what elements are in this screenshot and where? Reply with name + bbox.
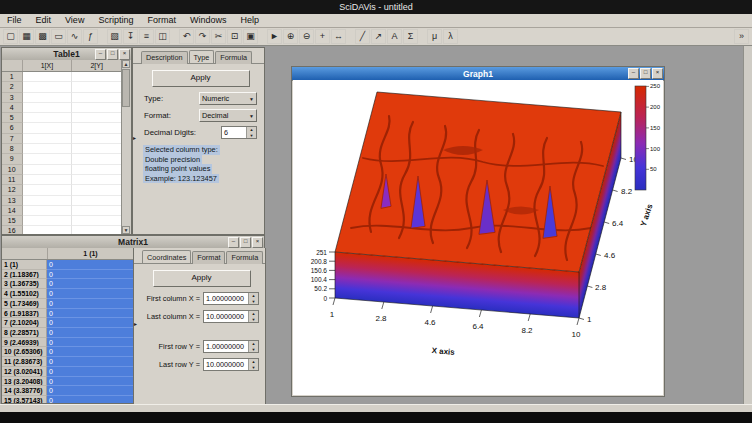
row-number[interactable]: 9 xyxy=(2,154,23,164)
row-number[interactable]: 7 xyxy=(2,134,23,144)
workspace-scrollbar[interactable] xyxy=(743,46,752,404)
set-column-values-button[interactable]: λ xyxy=(443,29,458,44)
table-cell[interactable] xyxy=(23,72,73,82)
row-number[interactable]: 16 xyxy=(2,226,23,234)
matrix-row-header[interactable]: 9 (2.46939) xyxy=(2,338,47,348)
add-equation-button[interactable]: Σ xyxy=(403,29,418,44)
spin-down-icon[interactable]: ▼ xyxy=(249,365,258,371)
menu-format[interactable]: Format xyxy=(140,14,183,27)
matrix-row-header[interactable]: 2 (1.18367) xyxy=(2,270,47,280)
matrix-cell[interactable]: 0 xyxy=(47,270,133,280)
table-cell[interactable] xyxy=(23,82,73,92)
table-cell[interactable] xyxy=(23,144,73,154)
table-cell[interactable] xyxy=(23,165,73,175)
matrix-cell[interactable]: 0 xyxy=(47,347,133,357)
table-cell[interactable] xyxy=(72,154,122,164)
table1-minimize-button[interactable]: – xyxy=(95,49,106,60)
table1-column-header-y[interactable]: 2[Y] xyxy=(72,60,122,71)
matrix1-close-button[interactable]: × xyxy=(252,237,263,248)
matrix1-minimize-button[interactable]: – xyxy=(228,237,239,248)
new-graph-button[interactable]: ∿ xyxy=(67,29,82,44)
cut-button[interactable]: ✂ xyxy=(211,29,226,44)
export-pdf-button[interactable]: ◫ xyxy=(155,29,170,44)
matrix-row-header[interactable]: 3 (1.36735) xyxy=(2,279,47,289)
select-range-button[interactable]: ↔ xyxy=(331,29,346,44)
row-number[interactable]: 15 xyxy=(2,216,23,226)
type-select[interactable]: Numeric ▼ xyxy=(199,92,257,105)
draw-arrow-button[interactable]: ↗ xyxy=(371,29,386,44)
table-cell[interactable] xyxy=(23,206,73,216)
table1-corner[interactable] xyxy=(2,60,23,71)
table-cell[interactable] xyxy=(72,165,122,175)
menu-windows[interactable]: Windows xyxy=(183,14,234,27)
row-number[interactable]: 5 xyxy=(2,113,23,123)
table-cell[interactable] xyxy=(23,103,73,113)
graph1-minimize-button[interactable]: – xyxy=(628,68,639,79)
new-project-button[interactable]: ▢ xyxy=(3,29,18,44)
spinner-arrows[interactable]: ▲▼ xyxy=(248,293,258,304)
matrix-cell[interactable]: 0 xyxy=(47,318,133,328)
table1-column-header-x[interactable]: 1[X] xyxy=(23,60,73,71)
matrix-cell[interactable]: 0 xyxy=(47,289,133,299)
table1-maximize-button[interactable]: □ xyxy=(107,49,118,60)
redo-button[interactable]: ↷ xyxy=(195,29,210,44)
table-cell[interactable] xyxy=(72,175,122,185)
add-text-button[interactable]: A xyxy=(387,29,402,44)
app-titlebar[interactable]: SciDAVis - untitled xyxy=(0,0,752,14)
matrix1-maximize-button[interactable]: □ xyxy=(240,237,251,248)
row-number[interactable]: 8 xyxy=(2,144,23,154)
scroll-down-icon[interactable]: ▼ xyxy=(122,226,130,234)
graph1-maximize-button[interactable]: □ xyxy=(640,68,651,79)
panel-collapse-icon[interactable]: ▸ xyxy=(133,132,140,144)
digits-spinbox[interactable]: 6 ▲ ▼ xyxy=(221,126,257,139)
matrix-cell[interactable]: 0 xyxy=(47,367,133,377)
matrix-cell[interactable]: 0 xyxy=(47,396,133,403)
row-number[interactable]: 6 xyxy=(2,123,23,133)
matrix-cell[interactable]: 0 xyxy=(47,386,133,396)
matrix-cell[interactable]: 0 xyxy=(47,357,133,367)
table-cell[interactable] xyxy=(23,185,73,195)
matrix-row-header[interactable]: 8 (2.28571) xyxy=(2,328,47,338)
row-number[interactable]: 11 xyxy=(2,175,23,185)
data-reader-button[interactable]: + xyxy=(315,29,330,44)
table1-vertical-scrollbar[interactable]: ▲ ▼ xyxy=(121,60,131,234)
table-cell[interactable] xyxy=(72,82,122,92)
matrix1-column-header[interactable]: 1 (1) xyxy=(48,248,133,259)
save-project-button[interactable]: ↧ xyxy=(123,29,138,44)
3d-surface-plot[interactable]: 1 2.8 4.6 6.4 8.2 10 X axis 1 2.8 xyxy=(293,80,665,397)
menu-help[interactable]: Help xyxy=(233,14,266,27)
table-cell[interactable] xyxy=(23,93,73,103)
row-number[interactable]: 10 xyxy=(2,165,23,175)
tab-formula[interactable]: Formula xyxy=(215,51,252,64)
spin-down-icon[interactable]: ▼ xyxy=(249,317,258,323)
table-cell[interactable] xyxy=(72,123,122,133)
row-number[interactable]: 2 xyxy=(2,82,23,92)
menu-view[interactable]: View xyxy=(58,14,91,27)
matrix-row-header[interactable]: 13 (3.20408) xyxy=(2,377,47,387)
spin-down-icon[interactable]: ▼ xyxy=(247,133,256,139)
format-select[interactable]: Decimal ▼ xyxy=(199,109,257,122)
table-cell[interactable] xyxy=(23,113,73,123)
last-row-y-spinbox[interactable]: 10.0000000 ▲▼ xyxy=(203,358,259,371)
matrix-cell[interactable]: 0 xyxy=(47,377,133,387)
tab-format[interactable]: Format xyxy=(192,251,225,264)
panel-collapse-icon[interactable]: ▸ xyxy=(134,318,141,330)
pointer-tool-button[interactable]: ► xyxy=(267,29,282,44)
table-cell[interactable] xyxy=(72,113,122,123)
matrix1-corner[interactable] xyxy=(2,248,48,259)
matrix-row-header[interactable]: 11 (2.83673) xyxy=(2,357,47,367)
table-cell[interactable] xyxy=(72,216,122,226)
table-cell[interactable] xyxy=(72,103,122,113)
tab-type[interactable]: Type xyxy=(189,50,215,63)
table-cell[interactable] xyxy=(23,216,73,226)
draw-line-button[interactable]: ╱ xyxy=(355,29,370,44)
toolbar-overflow-button[interactable]: » xyxy=(734,29,749,44)
matrix-row-header[interactable]: 4 (1.55102) xyxy=(2,289,47,299)
zoom-in-button[interactable]: ⊕ xyxy=(283,29,298,44)
paste-button[interactable]: ▣ xyxy=(243,29,258,44)
new-note-button[interactable]: ▭ xyxy=(51,29,66,44)
matrix-row-header[interactable]: 12 (3.02041) xyxy=(2,367,47,377)
open-project-button[interactable]: ▧ xyxy=(107,29,122,44)
graph1-titlebar[interactable]: Graph1 – □ × xyxy=(292,67,664,81)
matrix-cell[interactable]: 0 xyxy=(47,279,133,289)
